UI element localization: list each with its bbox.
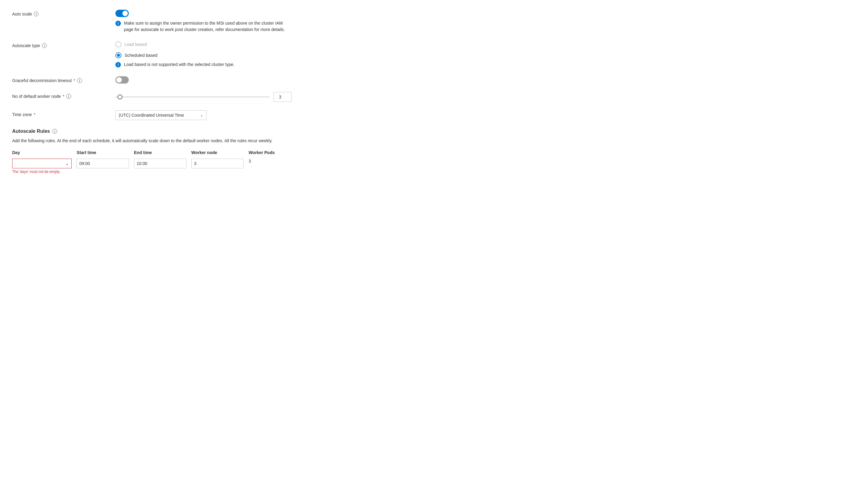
radio-inner-scheduled (117, 54, 120, 57)
auto-scale-toggle[interactable] (115, 10, 129, 17)
auto-scale-control: i Make sure to assign the owner permissi… (115, 10, 292, 33)
autoscale-type-info-icon[interactable]: i (42, 43, 47, 48)
graceful-decommission-row: Graceful decommission timeout * i (12, 76, 292, 83)
graceful-decommission-toggle[interactable] (115, 76, 129, 83)
autoscale-type-warning-box: i Load based is not supported with the s… (115, 62, 292, 68)
worker-pods-cell: 3 (248, 157, 292, 175)
end-time-cell: 10:00 (134, 157, 191, 175)
autoscale-rules-section: Autoscale Rules i Add the following rule… (12, 128, 292, 175)
auto-scale-info-text: Make sure to assign the owner permission… (124, 20, 292, 33)
time-zone-label: Time zone * (12, 110, 115, 117)
start-time-cell: 09:00 (77, 157, 134, 175)
radio-label-load: Load based (125, 42, 147, 47)
time-zone-row: Time zone * (UTC) Coordinated Universal … (12, 110, 292, 120)
time-zone-required: * (34, 112, 35, 117)
autoscale-rules-heading-text: Autoscale Rules (12, 128, 50, 134)
time-zone-label-text: Time zone (12, 112, 32, 117)
worker-node-slider-track (115, 97, 270, 97)
worker-pods-value: 3 (248, 157, 251, 164)
auto-scale-info-icon[interactable]: i (34, 11, 38, 17)
graceful-decommission-control (115, 76, 292, 83)
autoscale-rules-description: Add the following rules. At the end of e… (12, 138, 292, 144)
col-end-time: End time (134, 150, 191, 157)
col-worker-pods: Worker Pods (248, 150, 292, 157)
default-worker-node-row: No of default worker node * i 3 (12, 92, 292, 102)
auto-scale-label: Auto scale i (12, 10, 115, 17)
radio-outer-scheduled (115, 52, 122, 58)
time-zone-dropdown[interactable]: (UTC) Coordinated Universal Time ⌄ (115, 110, 207, 120)
graceful-decommission-label: Graceful decommission timeout * i (12, 76, 115, 83)
info-filled-icon: i (115, 21, 121, 26)
autoscale-type-row: Autoscale type i Load based Scheduled ba… (12, 41, 292, 68)
toggle-slider (115, 10, 129, 17)
graceful-decommission-info-icon[interactable]: i (77, 78, 82, 83)
table-header-row: Day Start time End time Worker node Work… (12, 150, 292, 157)
default-worker-node-label: No of default worker node * i (12, 92, 115, 99)
autoscale-rules-table: Day Start time End time Worker node Work… (12, 150, 292, 175)
default-worker-node-required: * (62, 94, 64, 99)
auto-scale-label-text: Auto scale (12, 11, 32, 17)
start-time-input[interactable]: 09:00 (77, 158, 129, 168)
radio-scheduled-based[interactable]: Scheduled based (115, 52, 292, 58)
toggle-knob (123, 10, 128, 16)
autoscale-type-warning-text: Load based is not supported with the sel… (124, 62, 234, 68)
autoscale-type-info-icon-filled: i (115, 62, 121, 68)
auto-scale-row: Auto scale i i Make sure to assign the o… (12, 10, 292, 33)
autoscale-type-control: Load based Scheduled based i Load based … (115, 41, 292, 68)
auto-scale-info-box: i Make sure to assign the owner permissi… (115, 20, 292, 33)
worker-node-slider-thumb[interactable] (117, 95, 123, 99)
end-time-input[interactable]: 10:00 (134, 158, 186, 168)
chevron-down-icon: ⌄ (200, 113, 203, 117)
worker-node-input[interactable]: 3 (273, 92, 292, 102)
worker-node-cell: 3 (191, 157, 249, 175)
worker-node-table-input[interactable]: 3 (191, 158, 244, 168)
autoscale-type-radio-group: Load based Scheduled based (115, 41, 292, 58)
autoscale-rules-heading: Autoscale Rules i (12, 128, 292, 134)
worker-node-slider-container: 3 (115, 92, 292, 102)
time-zone-control: (UTC) Coordinated Universal Time ⌄ (115, 110, 292, 120)
autoscale-type-label: Autoscale type i (12, 41, 115, 48)
day-dropdown[interactable]: ⌄ (12, 158, 72, 168)
day-cell: ⌄ The 'days' must not be empty. (12, 157, 77, 175)
radio-outer-load (115, 41, 122, 47)
default-worker-node-label-text: No of default worker node (12, 94, 61, 99)
radio-load-based[interactable]: Load based (115, 41, 292, 47)
autoscale-rules-info-icon[interactable]: i (52, 129, 57, 134)
radio-label-scheduled: Scheduled based (125, 53, 157, 58)
col-worker-node: Worker node (191, 150, 249, 157)
default-worker-node-control: 3 (115, 92, 292, 102)
col-day: Day (12, 150, 77, 157)
table-row: ⌄ The 'days' must not be empty. 09:00 10… (12, 157, 292, 175)
time-zone-selected: (UTC) Coordinated Universal Time (119, 113, 184, 118)
day-chevron-icon: ⌄ (65, 161, 69, 166)
default-worker-node-info-icon[interactable]: i (66, 94, 71, 99)
graceful-toggle-knob (116, 77, 122, 83)
graceful-toggle-slider (115, 76, 129, 83)
graceful-decommission-label-text: Graceful decommission timeout (12, 78, 72, 83)
col-start-time: Start time (77, 150, 134, 157)
day-error-text: The 'days' must not be empty. (12, 170, 72, 174)
autoscale-type-label-text: Autoscale type (12, 43, 40, 48)
graceful-decommission-required: * (74, 78, 75, 83)
